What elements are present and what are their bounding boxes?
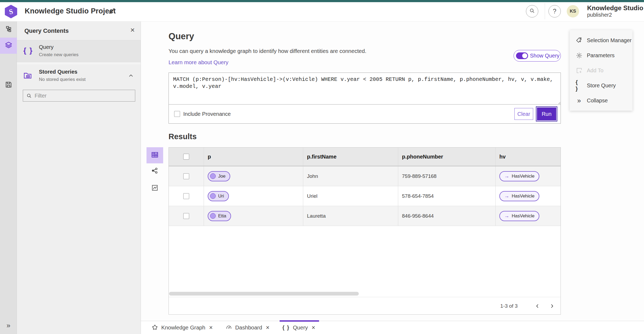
action-label: Store Query xyxy=(587,82,616,89)
topbar-divider xyxy=(545,3,545,19)
stored-queries-subtitle: No stored queries exist xyxy=(39,77,86,82)
table-icon xyxy=(151,151,159,160)
tab-knowledge-graph[interactable]: Knowledge Graph × xyxy=(146,321,220,334)
rail-save-button[interactable] xyxy=(0,77,17,93)
run-button[interactable]: Run xyxy=(536,107,557,121)
clear-button[interactable]: Clear xyxy=(514,108,533,120)
include-provenance-checkbox[interactable] xyxy=(174,111,180,117)
user-info: Knowledge Studio publisher2 xyxy=(587,4,643,18)
help-button[interactable]: ? xyxy=(548,5,561,17)
pagination-bar: 1-3 of 3 xyxy=(169,297,561,315)
row-checkbox[interactable] xyxy=(183,193,189,199)
cell-first-name: Lauretta xyxy=(307,213,326,219)
table-view-button[interactable] xyxy=(147,147,163,163)
results-table: p p.firstName p.phoneNumber hv Joe John … xyxy=(169,147,561,315)
expand-rail-button[interactable]: » xyxy=(0,320,17,331)
close-tab-icon[interactable]: × xyxy=(266,324,269,331)
chart-icon xyxy=(151,184,159,193)
add-to-button[interactable]: Add To xyxy=(570,63,632,78)
cell-first-name: Uriel xyxy=(307,193,317,199)
tab-label: Dashboard xyxy=(235,324,262,331)
previous-page-button[interactable] xyxy=(532,300,543,312)
chevron-left-icon xyxy=(535,303,540,309)
topbar: S Knowledge Studio Project ? KS Knowledg… xyxy=(0,2,644,21)
folder-icon xyxy=(23,71,32,81)
table-header-row: p p.firstName p.phoneNumber hv xyxy=(169,148,561,166)
show-query-toggle[interactable]: Show Query xyxy=(514,50,561,62)
cell-first-name: John xyxy=(307,173,318,179)
entity-pill[interactable]: Etta xyxy=(208,211,231,221)
braces-icon: { } xyxy=(576,79,583,92)
horizontal-scrollbar[interactable] xyxy=(169,292,359,296)
show-query-label: Show Query xyxy=(530,53,559,59)
query-list-item[interactable]: { } Query Create new queries xyxy=(17,40,141,62)
tab-dashboard[interactable]: Dashboard × xyxy=(220,321,277,334)
chevron-up-icon[interactable] xyxy=(128,73,134,80)
select-all-checkbox[interactable] xyxy=(183,154,189,160)
query-editor-card: MATCH (p:Person)-[hv:HasVehicle]->(v:Veh… xyxy=(169,73,561,124)
cell-phone-number: 759-889-57168 xyxy=(402,173,437,179)
store-query-button[interactable]: { } Store Query xyxy=(570,78,632,93)
entity-pill[interactable]: Uri xyxy=(208,191,229,201)
column-header: p.phoneNumber xyxy=(398,148,495,166)
search-button[interactable] xyxy=(526,5,538,17)
row-checkbox[interactable] xyxy=(183,173,189,179)
query-footer: Include Provenance Clear Run xyxy=(169,105,561,123)
panel-title: Query Contents xyxy=(24,27,69,34)
knowledge-graph-icon xyxy=(152,324,158,331)
close-panel-icon[interactable]: × xyxy=(130,26,135,34)
tab-label: Query xyxy=(293,324,308,331)
chart-view-button[interactable] xyxy=(147,182,163,195)
project-title: Knowledge Studio Project xyxy=(25,7,116,15)
selection-manager-button[interactable]: Selection Manager xyxy=(570,33,632,48)
query-item-title: Query xyxy=(39,44,53,50)
gauge-icon xyxy=(226,324,232,331)
query-description: You can query a knowledge graph to ident… xyxy=(169,48,366,54)
document-tabbar: Knowledge Graph × Dashboard × { } Query … xyxy=(141,321,644,334)
section-divider xyxy=(17,62,141,64)
entity-pill[interactable]: Joe xyxy=(208,171,230,181)
query-heading: Query xyxy=(169,31,194,41)
edit-project-title-icon[interactable] xyxy=(108,8,115,15)
pagination-range: 1-3 of 3 xyxy=(500,303,518,309)
table-row: Etta Lauretta 846-956-8644 →HasVehicle xyxy=(169,206,561,226)
collapse-panel-button[interactable]: » Collapse xyxy=(570,93,632,108)
action-label: Selection Manager xyxy=(587,37,632,44)
relationship-pill[interactable]: →HasVehicle xyxy=(499,191,539,201)
graph-view-button[interactable] xyxy=(147,165,163,177)
tab-query[interactable]: { } Query × xyxy=(276,321,322,334)
left-rail: » xyxy=(0,21,17,334)
arrow-right-icon: → xyxy=(504,173,509,179)
table-row: Uri Uriel 578-654-7854 →HasVehicle xyxy=(169,186,561,206)
filter-field[interactable] xyxy=(23,90,135,102)
next-page-button[interactable] xyxy=(546,300,558,312)
search-icon xyxy=(26,93,32,99)
relationship-pill[interactable]: →HasVehicle xyxy=(499,211,539,221)
relationship-pill[interactable]: →HasVehicle xyxy=(499,171,539,181)
query-contents-header: Query Contents × xyxy=(17,21,141,40)
tab-label: Knowledge Graph xyxy=(161,324,205,331)
double-chevron-right-icon: » xyxy=(6,321,10,330)
chevron-right-icon xyxy=(549,303,555,309)
close-tab-icon[interactable]: × xyxy=(209,324,213,331)
table-row: Joe John 759-889-57168 →HasVehicle xyxy=(169,166,561,186)
user-avatar[interactable]: KS xyxy=(567,5,579,17)
stored-queries-header[interactable]: Stored Queries No stored queries exist xyxy=(17,64,141,88)
cell-phone-number: 578-654-7854 xyxy=(402,193,434,199)
search-icon xyxy=(529,8,535,15)
filter-input[interactable] xyxy=(35,93,135,99)
entity-dot-icon xyxy=(210,173,216,179)
rail-schema-button[interactable] xyxy=(0,22,17,38)
app-window: S Knowledge Studio Project ? KS Knowledg… xyxy=(0,0,644,334)
cell-phone-number: 846-956-8644 xyxy=(402,213,434,219)
row-checkbox[interactable] xyxy=(183,213,189,219)
column-header: hv xyxy=(495,148,561,166)
stored-queries-title: Stored Queries xyxy=(39,69,77,75)
parameters-button[interactable]: Parameters xyxy=(570,48,632,63)
close-tab-icon[interactable]: × xyxy=(312,324,315,331)
top-accent-bar xyxy=(0,0,644,2)
tag-cursor-icon xyxy=(576,37,583,44)
rail-queries-button[interactable] xyxy=(0,38,17,54)
learn-more-link[interactable]: Learn more about Query xyxy=(169,59,228,66)
query-textarea[interactable]: MATCH (p:Person)-[hv:HasVehicle]->(v:Veh… xyxy=(169,73,561,105)
